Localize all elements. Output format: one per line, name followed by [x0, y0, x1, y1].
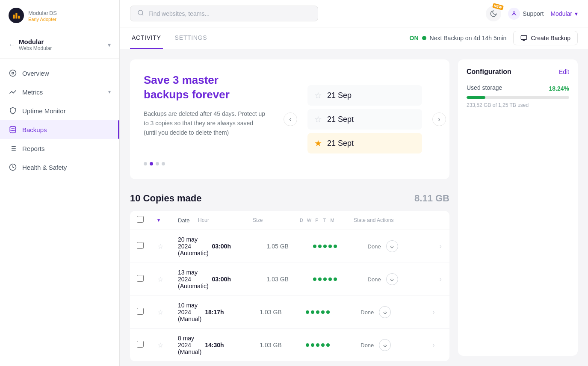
star-icon-3[interactable]: ★ — [314, 138, 322, 148]
tabs-bar: ACTIVITY SETTINGS ON Next Backup on 4d 1… — [120, 27, 588, 49]
metrics-icon — [9, 88, 17, 96]
banner-prev-btn[interactable]: ‹ — [280, 59, 301, 179]
sidebar-item-reports[interactable]: Reports — [0, 139, 119, 158]
workspace-back-btn[interactable]: ← Modular Webs Modular — [9, 38, 52, 51]
row-hour-1: 03:00h — [212, 243, 263, 250]
sidebar-item-overview[interactable]: Overview — [0, 64, 119, 83]
row-state-2: Done — [368, 273, 436, 285]
banner-dot-4[interactable] — [162, 162, 165, 165]
support-avatar-icon — [508, 8, 520, 20]
tab-activity[interactable]: ACTIVITY — [130, 27, 163, 49]
backup-date-2: 21 Sept — [327, 115, 354, 124]
storage-info-text: 233,52 GB of 1,25 TB used — [467, 102, 569, 108]
config-edit-btn[interactable]: Edit — [559, 68, 569, 75]
done-label-4: Done — [360, 342, 374, 348]
th-p: P — [314, 218, 319, 223]
done-label-1: Done — [368, 243, 381, 250]
banner-left: Save 3 master backups forever Backups ar… — [130, 59, 280, 179]
row-date-1: 20 may 2024 (Automatic) — [178, 236, 209, 257]
backup-date-1: 21 Sep — [327, 91, 352, 100]
modular-dropdown-btn[interactable]: Modular ▾ — [550, 10, 578, 17]
row-chevron-2[interactable]: › — [440, 275, 442, 283]
row-star-2[interactable]: ☆ — [157, 275, 174, 283]
dot-1-3 — [323, 245, 327, 248]
row-chevron-4[interactable]: › — [432, 341, 434, 348]
download-btn-1[interactable] — [386, 240, 398, 252]
create-backup-button[interactable]: Create Backup — [513, 31, 578, 45]
row-dots-3 — [306, 310, 357, 314]
workspace-name: Modular — [19, 38, 52, 45]
row-date-2: 13 may 2024 (Automatic) — [178, 269, 209, 289]
table-row: ☆ 10 may 2024 (Manual) 18:17h 1.03 GB — [130, 296, 449, 329]
sidebar-item-backups[interactable]: Backups — [0, 120, 119, 139]
svg-rect-2 — [18, 16, 20, 19]
modular-label: Modular — [550, 10, 572, 17]
row-dots-4 — [306, 343, 357, 347]
copies-section: 10 Copies made 8.11 GB ▾ Date Hour Size … — [130, 193, 449, 361]
banner-dot-2[interactable] — [150, 162, 153, 165]
sidebar-item-metrics[interactable]: Metrics ▾ — [0, 83, 119, 101]
prev-arrow-icon[interactable]: ‹ — [284, 112, 297, 126]
row-checkbox-2[interactable] — [137, 275, 144, 282]
moon-icon-btn[interactable]: NEW — [486, 6, 501, 21]
config-header: Configuration Edit — [467, 68, 569, 76]
svg-point-14 — [513, 12, 515, 14]
banner-next-btn[interactable]: › — [429, 59, 449, 179]
storage-row: Used storage 18.24% — [467, 84, 569, 93]
row-chevron-1[interactable]: › — [440, 242, 442, 250]
download-btn-4[interactable] — [379, 339, 391, 351]
sidebar-item-health[interactable]: Health & Safety — [0, 158, 119, 177]
table-header-row: ▾ Date Hour Size D W P T M State and Act… — [130, 211, 449, 230]
metrics-arrow-icon: ▾ — [108, 89, 111, 95]
svg-point-4 — [12, 72, 14, 74]
copies-header: 10 Copies made 8.11 GB — [130, 193, 449, 204]
copies-title: 10 Copies made — [130, 193, 202, 204]
svg-point-13 — [138, 10, 143, 15]
banner-dot-1[interactable] — [144, 162, 147, 165]
download-btn-2[interactable] — [386, 273, 398, 285]
config-panel: Configuration Edit Used storage 18.24% 2… — [458, 59, 578, 356]
support-btn[interactable]: Support — [508, 8, 544, 20]
storage-label: Used storage — [467, 84, 502, 91]
table-row: ☆ 20 may 2024 (Automatic) 03:00h 1.05 GB — [130, 230, 449, 263]
dot-4-2 — [311, 343, 314, 347]
row-dots-1 — [313, 245, 364, 248]
row-checkbox-3[interactable] — [137, 308, 144, 315]
row-date-4: 8 may 2024 (Manual) — [178, 335, 201, 355]
download-btn-3[interactable] — [379, 306, 391, 318]
row-size-2: 1.03 GB — [267, 276, 310, 283]
dot-2-5 — [334, 277, 337, 281]
tab-settings[interactable]: SETTINGS — [173, 27, 209, 49]
banner-dot-3[interactable] — [156, 162, 159, 165]
content-wrapper: Save 3 master backups forever Backups ar… — [120, 49, 588, 366]
tabs-list: ACTIVITY SETTINGS — [130, 27, 219, 49]
th-sort-arrow[interactable]: ▾ — [157, 217, 174, 223]
row-star-4[interactable]: ☆ — [157, 341, 174, 349]
row-star-1[interactable]: ☆ — [157, 242, 174, 251]
row-hour-4: 14:30h — [205, 342, 256, 348]
star-icon-2[interactable]: ☆ — [314, 114, 322, 124]
done-label-2: Done — [368, 276, 381, 283]
dot-4-4 — [321, 343, 325, 347]
row-star-3[interactable]: ☆ — [157, 308, 174, 316]
next-arrow-icon[interactable]: › — [432, 112, 446, 126]
sidebar-backups-label: Backups — [22, 126, 47, 133]
row-checkbox-1[interactable] — [137, 242, 144, 249]
sidebar-item-uptime[interactable]: Uptime Monitor — [0, 101, 119, 120]
svg-point-5 — [10, 127, 16, 129]
search-box[interactable]: Find websites, teams... — [130, 6, 318, 21]
row-chevron-3[interactable]: › — [432, 308, 434, 316]
star-icon-1[interactable]: ☆ — [314, 90, 322, 100]
select-all-checkbox[interactable] — [137, 216, 144, 223]
dot-3-3 — [316, 310, 319, 314]
row-checkbox-4[interactable] — [137, 341, 144, 348]
table-row: ☆ 8 may 2024 (Manual) 14:30h 1.03 GB — [130, 329, 449, 361]
reports-icon — [9, 144, 17, 153]
overview-icon — [9, 69, 17, 77]
th-hour: Hour — [198, 217, 249, 223]
dot-2-1 — [313, 277, 316, 281]
svg-rect-0 — [13, 15, 15, 18]
workspace-selector[interactable]: ← Modular Webs Modular ▾ — [0, 31, 119, 59]
svg-rect-1 — [15, 13, 17, 18]
dot-3-4 — [321, 310, 325, 314]
